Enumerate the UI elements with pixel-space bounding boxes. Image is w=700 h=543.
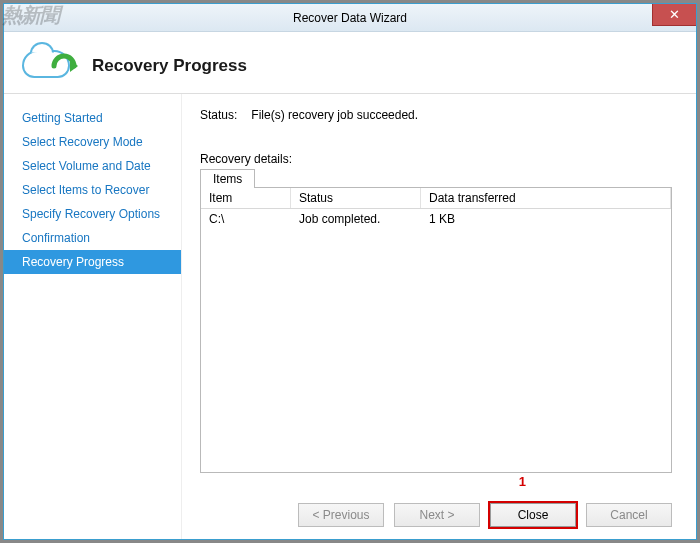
col-header-status[interactable]: Status: [291, 188, 421, 208]
cloud-restore-icon: [22, 46, 74, 86]
col-header-item[interactable]: Item: [201, 188, 291, 208]
annotation-callout-1: 1: [519, 474, 526, 489]
wizard-window: Recover Data Wizard ✕ Recovery Progress …: [3, 3, 697, 540]
tabstrip: Items: [200, 168, 672, 187]
window-close-button[interactable]: ✕: [652, 4, 696, 26]
wizard-button-row: 1 < Previous Next > Close Cancel: [200, 473, 672, 527]
sidebar-item-recovery-progress[interactable]: Recovery Progress: [4, 250, 181, 274]
cell-item: C:\: [201, 211, 291, 227]
wizard-body: Getting Started Select Recovery Mode Sel…: [4, 94, 696, 539]
close-button[interactable]: Close: [490, 503, 576, 527]
sidebar-item-select-items[interactable]: Select Items to Recover: [4, 178, 181, 202]
sidebar-item-select-recovery-mode[interactable]: Select Recovery Mode: [4, 130, 181, 154]
recovery-details-label: Recovery details:: [200, 152, 672, 166]
next-button[interactable]: Next >: [394, 503, 480, 527]
titlebar: Recover Data Wizard ✕: [4, 4, 696, 32]
status-row: Status: File(s) recovery job succeeded.: [200, 108, 672, 122]
wizard-header: Recovery Progress: [4, 32, 696, 94]
cell-data: 1 KB: [421, 211, 671, 227]
window-title: Recover Data Wizard: [4, 11, 696, 25]
sidebar-item-getting-started[interactable]: Getting Started: [4, 106, 181, 130]
col-header-data[interactable]: Data transferred: [421, 188, 671, 208]
status-value: File(s) recovery job succeeded.: [251, 108, 418, 122]
wizard-main-panel: Status: File(s) recovery job succeeded. …: [182, 94, 696, 539]
page-title: Recovery Progress: [92, 56, 247, 76]
items-panel: Item Status Data transferred C:\ Job com…: [200, 187, 672, 473]
sidebar-item-select-volume-date[interactable]: Select Volume and Date: [4, 154, 181, 178]
previous-button[interactable]: < Previous: [298, 503, 384, 527]
cancel-button[interactable]: Cancel: [586, 503, 672, 527]
sidebar-item-specify-options[interactable]: Specify Recovery Options: [4, 202, 181, 226]
wizard-steps-sidebar: Getting Started Select Recovery Mode Sel…: [4, 94, 182, 539]
grid-header: Item Status Data transferred: [201, 188, 671, 209]
status-label: Status:: [200, 108, 237, 122]
tab-items[interactable]: Items: [200, 169, 255, 188]
close-icon: ✕: [669, 7, 680, 22]
cell-status: Job completed.: [291, 211, 421, 227]
table-row: C:\ Job completed. 1 KB: [201, 209, 671, 229]
sidebar-item-confirmation[interactable]: Confirmation: [4, 226, 181, 250]
